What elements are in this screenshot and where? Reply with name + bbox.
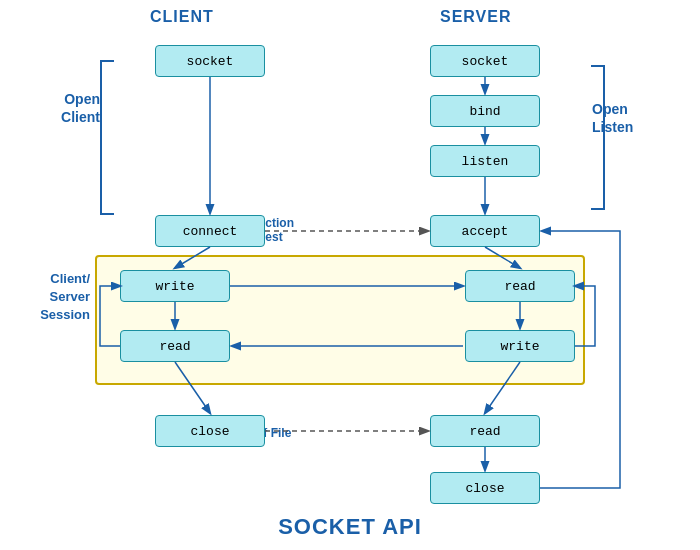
header-server: SERVER — [440, 8, 512, 26]
box-server-read: read — [465, 270, 575, 302]
label-open-listen: Open Listen — [592, 100, 672, 136]
box-server-write: write — [465, 330, 575, 362]
box-client-read: read — [120, 330, 230, 362]
box-accept: accept — [430, 215, 540, 247]
box-listen: listen — [430, 145, 540, 177]
box-client-close: close — [155, 415, 265, 447]
label-open-client: Open Client — [30, 90, 100, 126]
box-server-socket: socket — [430, 45, 540, 77]
bracket-open-listen — [591, 65, 605, 210]
box-connect: connect — [155, 215, 265, 247]
box-client-write: write — [120, 270, 230, 302]
box-server-close: close — [430, 472, 540, 504]
footer-title: SOCKET API — [0, 514, 700, 540]
box-client-socket: socket — [155, 45, 265, 77]
box-bind: bind — [430, 95, 540, 127]
box-server-read2: read — [430, 415, 540, 447]
header-client: CLIENT — [150, 8, 214, 26]
diagram-container: CLIENT SERVER Open Client Open Listen Cl… — [0, 0, 700, 550]
label-session: Client/ServerSession — [22, 270, 90, 325]
bracket-open-client — [100, 60, 114, 215]
